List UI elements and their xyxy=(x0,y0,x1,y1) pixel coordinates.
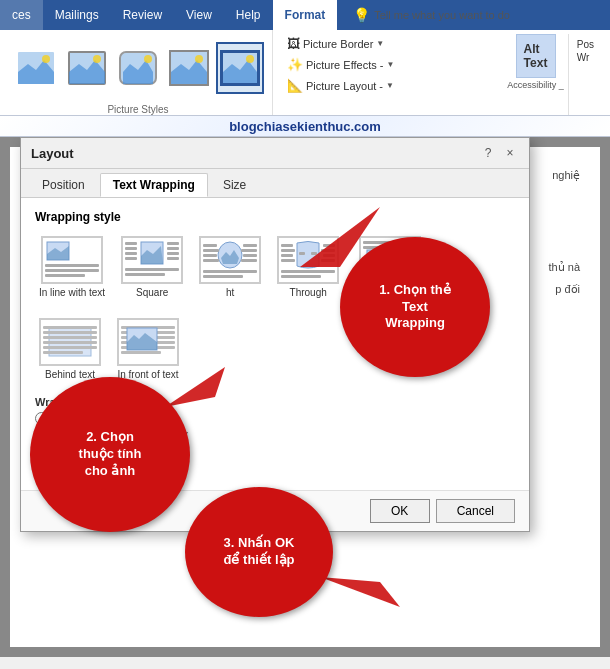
svg-rect-15 xyxy=(45,274,85,277)
picture-style-3[interactable] xyxy=(114,42,162,94)
alt-text-button[interactable]: Alt Text xyxy=(516,34,556,78)
wrap-style-infront-icon xyxy=(117,318,179,366)
pos-button[interactable]: Pos xyxy=(573,38,598,51)
svg-rect-47 xyxy=(311,252,317,255)
dialog-title: Layout xyxy=(31,146,74,161)
svg-point-27 xyxy=(218,242,242,268)
svg-rect-26 xyxy=(125,273,165,276)
picture-border-row: 🖼 Picture Border ▼ xyxy=(281,34,495,53)
picture-style-1[interactable] xyxy=(12,42,60,94)
svg-rect-39 xyxy=(281,249,295,252)
picture-style-4[interactable] xyxy=(165,42,213,94)
wrap-style-tight[interactable]: ht xyxy=(195,232,265,302)
tell-me-label: Tell me what you want to do xyxy=(374,9,510,21)
picture-arrange-group: 🖼 Picture Border ▼ ✨ Picture Effects - ▼… xyxy=(273,30,503,119)
wrap-style-inline-icon xyxy=(41,236,103,284)
svg-rect-60 xyxy=(43,341,97,344)
svg-rect-40 xyxy=(281,254,293,257)
picture-style-5[interactable] xyxy=(216,42,264,94)
wrap-behind-label: Behind text xyxy=(45,369,95,380)
wrap-style-behind-icon xyxy=(39,318,101,366)
svg-point-8 xyxy=(195,55,203,63)
alt-text-section: Alt Text Accessibility _ xyxy=(507,34,564,115)
svg-rect-28 xyxy=(203,244,217,247)
wrap-style-square-icon xyxy=(121,236,183,284)
svg-rect-14 xyxy=(45,269,99,272)
wrap-style-through[interactable]: Through xyxy=(273,232,343,302)
wrap-through-label: Through xyxy=(290,287,327,298)
svg-rect-34 xyxy=(243,254,257,257)
svg-rect-31 xyxy=(203,259,219,262)
svg-rect-41 xyxy=(281,259,295,262)
picture-layout-arrow: ▼ xyxy=(386,81,394,90)
picture-effects-button[interactable]: ✨ Picture Effects - ▼ xyxy=(281,55,400,74)
svg-rect-62 xyxy=(43,351,83,354)
picture-effects-arrow: ▼ xyxy=(386,60,394,69)
tab-mailings[interactable]: Mailings xyxy=(43,0,111,30)
tab-view[interactable]: View xyxy=(174,0,224,30)
word-area: Tiế... nghiệ sau... Sau... Mar... Phú...… xyxy=(0,137,610,657)
svg-point-1 xyxy=(42,55,50,63)
picture-layout-button[interactable]: 📐 Picture Layout - ▼ xyxy=(281,76,400,95)
svg-rect-18 xyxy=(125,247,137,250)
tell-me-bar: 💡 Tell me what you want to do xyxy=(345,0,610,30)
picture-styles-items xyxy=(12,34,264,102)
pos-wr-group: Pos Wr xyxy=(568,34,602,115)
svg-rect-57 xyxy=(43,326,97,329)
dialog-close-button[interactable]: × xyxy=(501,144,519,162)
tab-review[interactable]: Review xyxy=(111,0,174,30)
lightbulb-icon: 💡 xyxy=(353,7,370,23)
svg-rect-38 xyxy=(281,244,293,247)
tab-ces[interactable]: ces xyxy=(0,0,43,30)
svg-rect-22 xyxy=(167,247,179,250)
wrap-inline-label: In line with text xyxy=(39,287,105,298)
picture-styles-label: Picture Styles xyxy=(107,104,168,115)
annotation-3: 3. Nhấn OK để thiết lập xyxy=(185,487,333,617)
dialog-tab-text-wrapping[interactable]: Text Wrapping xyxy=(100,173,208,197)
svg-rect-42 xyxy=(323,244,335,247)
dialog-tab-size[interactable]: Size xyxy=(210,173,259,197)
wrap-style-infront[interactable]: In front of text xyxy=(113,314,183,384)
svg-rect-13 xyxy=(45,264,99,267)
svg-rect-43 xyxy=(321,249,335,252)
svg-rect-30 xyxy=(203,254,217,257)
ribbon-tabs: ces Mailings Review View Help Format 💡 T… xyxy=(0,0,610,30)
picture-styles-group: Picture Styles xyxy=(4,30,273,119)
svg-rect-58 xyxy=(43,331,97,334)
svg-rect-48 xyxy=(281,270,335,273)
svg-rect-68 xyxy=(121,351,161,354)
annotation-1-text: 1. Chọn thẻ Text Wrapping xyxy=(371,274,459,341)
tab-format[interactable]: Format xyxy=(273,0,338,30)
ok-button[interactable]: OK xyxy=(370,499,430,523)
ribbon-content: Picture Styles 🖼 Picture Border ▼ ✨ Pict… xyxy=(0,30,610,120)
svg-rect-36 xyxy=(203,270,257,273)
ribbon: ces Mailings Review View Help Format 💡 T… xyxy=(0,0,610,121)
svg-rect-32 xyxy=(243,244,257,247)
dialog-help-button[interactable]: ? xyxy=(479,144,497,162)
wrap-square-label: Square xyxy=(136,287,168,298)
wrap-style-behind[interactable]: Behind text xyxy=(35,314,105,384)
svg-rect-24 xyxy=(167,257,179,260)
svg-rect-17 xyxy=(125,242,137,245)
dialog-tab-position[interactable]: Position xyxy=(29,173,98,197)
svg-point-5 xyxy=(144,55,152,63)
picture-effects-row: ✨ Picture Effects - ▼ xyxy=(281,55,495,74)
picture-layout-label: Picture Layout - xyxy=(306,80,383,92)
tab-help[interactable]: Help xyxy=(224,0,273,30)
svg-point-11 xyxy=(246,55,254,63)
svg-rect-20 xyxy=(125,257,137,260)
annotation-2-text: 2. Chọn thuộc tính cho ảnh xyxy=(71,421,150,488)
cancel-button[interactable]: Cancel xyxy=(436,499,515,523)
picture-border-button[interactable]: 🖼 Picture Border ▼ xyxy=(281,34,390,53)
svg-rect-35 xyxy=(241,259,257,262)
wr-button[interactable]: Wr xyxy=(573,51,598,64)
accessibility-group: Alt Text Accessibility _ Pos Wr xyxy=(503,30,606,119)
accessibility-label: Accessibility _ xyxy=(507,80,564,90)
svg-rect-45 xyxy=(321,259,335,262)
wrap-style-square[interactable]: Square xyxy=(117,232,187,302)
wrap-style-inline[interactable]: In line with text xyxy=(35,232,109,302)
picture-style-2[interactable] xyxy=(63,42,111,94)
annotation-2: 2. Chọn thuộc tính cho ảnh xyxy=(30,377,190,532)
svg-rect-44 xyxy=(323,254,335,257)
svg-rect-19 xyxy=(125,252,137,255)
